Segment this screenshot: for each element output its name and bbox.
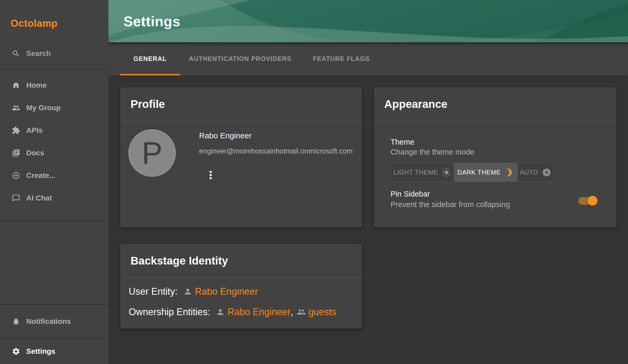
sidebar-item-apis[interactable]: APIs [0, 119, 108, 142]
brightness-auto-icon [542, 168, 551, 177]
tab-authentication-providers[interactable]: AUTHENTICATION PROVIDERS [180, 42, 300, 75]
sidebar-item-notifications[interactable]: Notifications [0, 305, 108, 338]
sun-icon [442, 168, 451, 177]
main-area: Settings GENERAL AUTHENTICATION PROVIDER… [108, 0, 628, 364]
sidebar-item-label: Home [26, 81, 47, 89]
sidebar-item-home[interactable]: Home [0, 74, 108, 97]
sidebar-item-label: Notifications [26, 317, 71, 326]
theme-toggle-group: LIGHT THEME DARK THEME [391, 163, 554, 182]
sidebar-item-docs[interactable]: Docs [0, 142, 108, 164]
tab-feature-flags[interactable]: FEATURE FLAGS [300, 42, 382, 75]
extension-icon [12, 126, 20, 135]
sidebar-divider [0, 69, 108, 69]
user-entity-link[interactable]: Rabo Engineer [195, 286, 258, 297]
user-entity-label: User Entity: [129, 286, 178, 297]
toggle-thumb [588, 196, 598, 206]
app-logo[interactable]: Octolamp [11, 18, 58, 29]
person-icon [216, 308, 225, 316]
ownership-entities-label: Ownership Entities: [129, 307, 210, 318]
light-theme-button[interactable]: LIGHT THEME [391, 163, 454, 182]
identity-card-title: Backstage Identity [131, 255, 228, 267]
moon-icon [504, 168, 514, 177]
sidebar-item-ai-chat[interactable]: AI Chat [0, 187, 108, 209]
appearance-card-header: Appearance [374, 87, 616, 121]
profile-card-header: Profile [120, 87, 362, 121]
sidebar-item-label: My Group [26, 104, 61, 112]
profile-card: Profile P Rabo Engineer engineer@moimhos… [120, 87, 362, 227]
dark-theme-button[interactable]: DARK THEME [454, 163, 517, 182]
theme-description: Change the theme mode [391, 148, 474, 156]
auto-theme-label: AUTO [520, 169, 538, 176]
chat-bubble-icon [12, 194, 20, 202]
settings-tabbar: GENERAL AUTHENTICATION PROVIDERS FEATURE… [108, 42, 628, 75]
entity-separator: , [290, 307, 293, 318]
group-icon [12, 104, 20, 112]
sidebar-item-search[interactable]: Search [0, 46, 108, 61]
sidebar-divider [0, 220, 108, 221]
sidebar: Octolamp Search Home My Group APIs Docs … [0, 0, 108, 364]
sidebar-item-label: Docs [26, 149, 44, 157]
sidebar-item-label: APIs [26, 126, 43, 135]
add-circle-icon [12, 171, 20, 180]
pin-sidebar-label: Pin Sidebar [391, 190, 430, 198]
sidebar-item-label: Search [26, 49, 51, 58]
page-title: Settings [123, 13, 180, 29]
gear-icon [12, 347, 20, 356]
person-icon [183, 287, 192, 296]
profile-card-title: Profile [131, 98, 165, 110]
profile-email: engineer@moimhossainhotmail.onmicrosoft.… [199, 147, 352, 155]
sidebar-item-label: Create... [26, 171, 55, 180]
sidebar-item-create[interactable]: Create... [0, 164, 108, 187]
appearance-card: Appearance Theme Change the theme mode L… [374, 87, 616, 227]
kebab-menu-icon[interactable] [205, 168, 216, 182]
user-entity-row: User Entity: Rabo Engineer [129, 286, 354, 297]
profile-name: Rabo Engineer [199, 131, 252, 140]
pin-sidebar-toggle[interactable] [578, 197, 595, 205]
sidebar-item-label: AI Chat [26, 194, 52, 202]
backstage-settings-page: { "colors": { "accent": "#f78c1e", "logo… [0, 0, 628, 364]
dark-theme-label: DARK THEME [457, 169, 501, 176]
avatar-initial: P [142, 138, 163, 168]
theme-label: Theme [391, 138, 414, 146]
ownership-entity-link-group[interactable]: guests [308, 307, 336, 318]
ownership-entities-row: Ownership Entities: Rabo Engineer , gues… [129, 307, 354, 318]
light-theme-label: LIGHT THEME [393, 169, 438, 176]
group-icon [297, 308, 306, 316]
search-icon [12, 49, 20, 58]
auto-theme-button[interactable]: AUTO [517, 163, 554, 182]
page-header: Settings [108, 0, 628, 42]
tab-general[interactable]: GENERAL [120, 42, 180, 75]
bell-icon [12, 317, 20, 326]
home-icon [12, 81, 20, 89]
header-wave-background [108, 0, 628, 42]
identity-card-header: Backstage Identity [120, 244, 362, 278]
pin-sidebar-description: Prevent the sidebar from collapsing [391, 200, 510, 209]
sidebar-item-label: Settings [26, 347, 55, 356]
avatar: P [128, 129, 176, 177]
backstage-identity-card: Backstage Identity User Entity: Rabo Eng… [120, 244, 362, 329]
ownership-entity-link-user[interactable]: Rabo Engineer [227, 307, 290, 318]
sidebar-item-my-group[interactable]: My Group [0, 97, 108, 119]
library-books-icon [12, 149, 20, 157]
sidebar-item-settings[interactable]: Settings [0, 339, 108, 364]
appearance-card-title: Appearance [384, 98, 447, 110]
settings-content: Profile P Rabo Engineer engineer@moimhos… [108, 75, 628, 364]
